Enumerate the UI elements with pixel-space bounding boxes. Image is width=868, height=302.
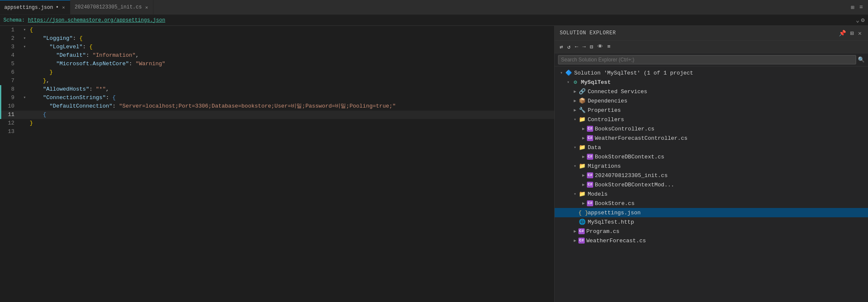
program-cs-label: Program.cs: [586, 228, 620, 235]
tree-books-controller[interactable]: ▶ C# BooksController.cs: [555, 124, 868, 133]
fold-2[interactable]: ▾: [21, 34, 28, 43]
connected-services-icon: 🔗: [578, 88, 586, 95]
se-pin-dock-btn[interactable]: ⊞: [849, 29, 855, 38]
fold-10: [21, 102, 28, 111]
line-content-12[interactable]: }: [28, 119, 554, 127]
se-header-icons: 📌 ⊞ ✕: [837, 29, 863, 38]
line-3: 3 ▾ "LogLevel": {: [0, 43, 554, 51]
line-content-2[interactable]: "Logging": {: [28, 34, 554, 43]
tree-weather-controller[interactable]: ▶ C# WeatherForecastController.cs: [555, 133, 868, 143]
tree-properties[interactable]: ▶ 🔧 Properties: [555, 105, 868, 115]
program-cs-badge: C#: [578, 228, 585, 234]
fold-4: [21, 51, 28, 60]
line-number-2: 2: [0, 34, 21, 43]
editor-scroll[interactable]: 1 ▾ { 2 ▾ "Logging": { 3 ▾ "LogLevel": {…: [0, 26, 554, 302]
split-editor-btn[interactable]: ⊞: [849, 3, 856, 12]
weather-controller-cs-badge: C#: [587, 135, 593, 141]
books-controller-arrow: ▶: [580, 126, 587, 131]
editor-container: 1 ▾ { 2 ▾ "Logging": { 3 ▾ "LogLevel": {…: [0, 26, 554, 302]
fold-5: [21, 60, 28, 68]
tree-bookstore-context[interactable]: ▶ C# BookStoreDBContext.cs: [555, 152, 868, 161]
schema-label: Schema:: [3, 17, 25, 23]
line-2: 2 ▾ "Logging": {: [0, 34, 554, 43]
data-arrow: ▾: [572, 145, 578, 150]
line-content-13[interactable]: [28, 127, 554, 136]
line-10: 10 "DefaultConnection": "Server=localhos…: [0, 102, 554, 111]
tree-migrations-folder[interactable]: ▾ 📁 Migrations: [555, 161, 868, 171]
line-content-6[interactable]: }: [28, 68, 554, 77]
line-12: 12 }: [0, 119, 554, 127]
se-refresh-btn[interactable]: ↺: [566, 42, 572, 52]
schema-expand-btn[interactable]: ⌄: [856, 17, 859, 24]
fold-9[interactable]: ▾: [21, 94, 28, 102]
tree-models-folder[interactable]: ▾ 📁 Models: [555, 189, 868, 199]
tree-solution[interactable]: ▾ 🔷 Solution 'MySqlTest' (1 of 1 project: [555, 68, 868, 78]
tree-context-model[interactable]: ▶ C# BookStoreDBContextMod...: [555, 180, 868, 189]
line-content-3[interactable]: "LogLevel": {: [28, 43, 554, 51]
schema-url[interactable]: https://json.schemastore.org/appsettings…: [28, 17, 165, 23]
line-content-11[interactable]: {: [28, 111, 554, 119]
line-5: 5 "Microsoft.AspNetCore": "Warning": [0, 60, 554, 68]
line-content-8[interactable]: "AllowedHosts": "*",: [28, 85, 554, 94]
connected-services-label: Connected Services: [588, 89, 647, 95]
more-tabs-btn[interactable]: ≡: [858, 3, 865, 11]
tab-appsettings[interactable]: appsettings.json • ✕: [0, 0, 70, 14]
line-content-1[interactable]: {: [28, 26, 554, 34]
se-close-btn[interactable]: ✕: [857, 29, 863, 38]
se-forward-btn[interactable]: →: [581, 42, 587, 51]
tree-controllers-folder[interactable]: ▾ 📁 Controllers: [555, 115, 868, 124]
tree-bookstore-model[interactable]: ▶ C# BookStore.cs: [555, 199, 868, 208]
se-back-btn[interactable]: ←: [573, 42, 580, 51]
schema-bar: Schema: https://json.schemastore.org/app…: [0, 15, 868, 26]
se-show-all-btn[interactable]: 👁: [596, 42, 605, 51]
tree-init-migration[interactable]: ▶ C# 20240708123305_init.cs: [555, 171, 868, 180]
se-tree[interactable]: ▾ 🔷 Solution 'MySqlTest' (1 of 1 project…: [555, 66, 868, 302]
tab-close-init-cs[interactable]: ✕: [144, 4, 149, 11]
project-arrow: ▾: [565, 80, 572, 85]
se-sync-btn[interactable]: ⇄: [558, 42, 565, 52]
context-model-label: BookStoreDBContextMod...: [595, 182, 674, 188]
bookstore-context-arrow: ▶: [580, 154, 587, 159]
fold-3[interactable]: ▾: [21, 43, 28, 51]
properties-icon: 🔧: [578, 107, 586, 114]
se-filter-btn[interactable]: ≡: [606, 42, 612, 51]
fold-1[interactable]: ▾: [21, 26, 28, 34]
line-number-6: 6: [0, 68, 21, 77]
tree-project[interactable]: ▾ ⚙ MySqlTest: [555, 78, 868, 87]
weather-controller-label: WeatherForecastController.cs: [595, 135, 687, 141]
controllers-label: Controllers: [588, 116, 624, 123]
se-collapse-btn[interactable]: ⊟: [588, 42, 595, 52]
line-number-4: 4: [0, 51, 21, 60]
tree-connected-services[interactable]: ▶ 🔗 Connected Services: [555, 87, 868, 96]
tree-weather-forecast-cs[interactable]: ▶ C# WeatherForecast.cs: [555, 236, 868, 245]
bookstore-context-cs-badge: C#: [587, 154, 593, 160]
tree-program-cs[interactable]: ▶ C# Program.cs: [555, 227, 868, 236]
tab-close-appsettings[interactable]: ✕: [61, 4, 66, 11]
data-label: Data: [588, 144, 601, 151]
line-content-9[interactable]: "ConnectionStrings": {: [28, 94, 554, 102]
line-number-10: 10: [0, 102, 21, 111]
schema-settings-btn[interactable]: ⚙: [861, 17, 865, 24]
change-bar-10: [0, 102, 1, 111]
tree-mysqltest-http[interactable]: 🌐 MySqlTest.http: [555, 217, 868, 227]
tree-dependencies[interactable]: ▶ 📦 Dependencies: [555, 96, 868, 105]
se-pin-btn[interactable]: 📌: [837, 29, 847, 38]
mysqltest-http-label: MySqlTest.http: [588, 219, 634, 225]
tab-init-cs[interactable]: 20240708123305_init.cs ✕: [70, 0, 154, 14]
line-content-5[interactable]: "Microsoft.AspNetCore": "Warning": [28, 60, 554, 68]
context-model-arrow: ▶: [580, 182, 587, 187]
se-search-input[interactable]: [558, 55, 856, 64]
line-content-10[interactable]: "DefaultConnection": "Server=localhost;P…: [28, 102, 554, 111]
line-7: 7 },: [0, 77, 554, 85]
migrations-arrow: ▾: [572, 163, 578, 169]
line-content-7[interactable]: },: [28, 77, 554, 85]
line-content-4[interactable]: "Default": "Information",: [28, 51, 554, 60]
tree-data-folder[interactable]: ▾ 📁 Data: [555, 143, 868, 152]
tree-appsettings-json[interactable]: { } appsettings.json: [555, 208, 868, 217]
se-search-icon[interactable]: 🔍: [858, 56, 865, 63]
solution-icon: 🔷: [565, 69, 572, 76]
models-label: Models: [588, 191, 608, 197]
weather-controller-arrow: ▶: [580, 136, 587, 141]
tab-init-cs-label: 20240708123305_init.cs: [75, 4, 142, 10]
books-controller-cs-badge: C#: [587, 126, 593, 132]
